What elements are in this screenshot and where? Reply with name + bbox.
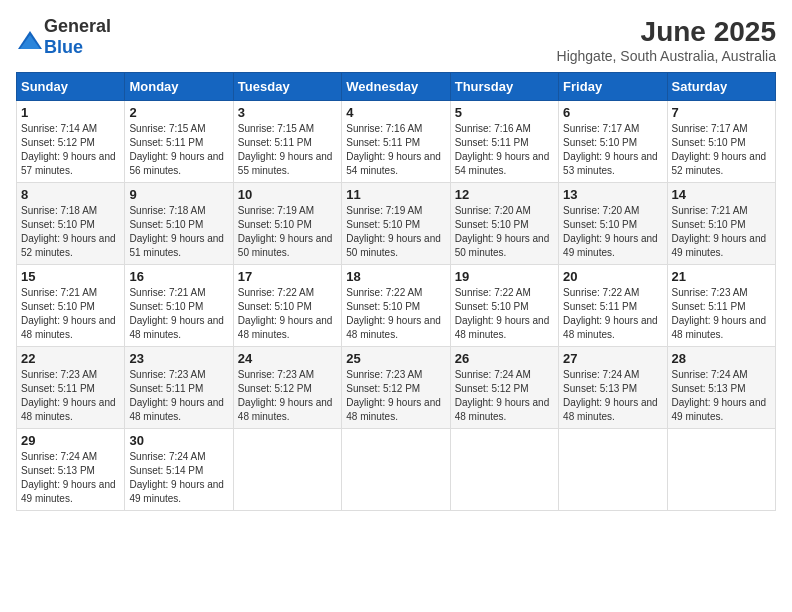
day-info: Sunrise: 7:19 AM Sunset: 5:10 PM Dayligh…	[238, 204, 337, 260]
day-number: 13	[563, 187, 662, 202]
day-info: Sunrise: 7:16 AM Sunset: 5:11 PM Dayligh…	[346, 122, 445, 178]
day-number: 7	[672, 105, 771, 120]
page-header: General Blue June 2025 Highgate, South A…	[16, 16, 776, 64]
day-number: 11	[346, 187, 445, 202]
day-info: Sunrise: 7:22 AM Sunset: 5:10 PM Dayligh…	[346, 286, 445, 342]
day-info: Sunrise: 7:18 AM Sunset: 5:10 PM Dayligh…	[21, 204, 120, 260]
calendar-day-cell: 25 Sunrise: 7:23 AM Sunset: 5:12 PM Dayl…	[342, 347, 450, 429]
day-number: 12	[455, 187, 554, 202]
day-number: 20	[563, 269, 662, 284]
day-number: 16	[129, 269, 228, 284]
day-info: Sunrise: 7:24 AM Sunset: 5:13 PM Dayligh…	[21, 450, 120, 506]
col-friday: Friday	[559, 73, 667, 101]
calendar-day-cell: 24 Sunrise: 7:23 AM Sunset: 5:12 PM Dayl…	[233, 347, 341, 429]
calendar-day-cell: 1 Sunrise: 7:14 AM Sunset: 5:12 PM Dayli…	[17, 101, 125, 183]
day-info: Sunrise: 7:23 AM Sunset: 5:11 PM Dayligh…	[129, 368, 228, 424]
day-info: Sunrise: 7:24 AM Sunset: 5:12 PM Dayligh…	[455, 368, 554, 424]
day-number: 8	[21, 187, 120, 202]
day-number: 22	[21, 351, 120, 366]
title-area: June 2025 Highgate, South Australia, Aus…	[557, 16, 776, 64]
calendar-day-cell: 14 Sunrise: 7:21 AM Sunset: 5:10 PM Dayl…	[667, 183, 775, 265]
day-number: 23	[129, 351, 228, 366]
calendar-day-cell: 29 Sunrise: 7:24 AM Sunset: 5:13 PM Dayl…	[17, 429, 125, 511]
day-info: Sunrise: 7:24 AM Sunset: 5:13 PM Dayligh…	[563, 368, 662, 424]
day-number: 9	[129, 187, 228, 202]
calendar-day-cell: 21 Sunrise: 7:23 AM Sunset: 5:11 PM Dayl…	[667, 265, 775, 347]
calendar-day-cell: 7 Sunrise: 7:17 AM Sunset: 5:10 PM Dayli…	[667, 101, 775, 183]
empty-cell	[450, 429, 558, 511]
day-info: Sunrise: 7:20 AM Sunset: 5:10 PM Dayligh…	[455, 204, 554, 260]
calendar-day-cell: 12 Sunrise: 7:20 AM Sunset: 5:10 PM Dayl…	[450, 183, 558, 265]
calendar-table: Sunday Monday Tuesday Wednesday Thursday…	[16, 72, 776, 511]
logo: General Blue	[16, 16, 111, 58]
day-info: Sunrise: 7:21 AM Sunset: 5:10 PM Dayligh…	[21, 286, 120, 342]
calendar-day-cell: 23 Sunrise: 7:23 AM Sunset: 5:11 PM Dayl…	[125, 347, 233, 429]
day-number: 14	[672, 187, 771, 202]
day-number: 26	[455, 351, 554, 366]
col-thursday: Thursday	[450, 73, 558, 101]
calendar-day-cell: 3 Sunrise: 7:15 AM Sunset: 5:11 PM Dayli…	[233, 101, 341, 183]
day-info: Sunrise: 7:24 AM Sunset: 5:13 PM Dayligh…	[672, 368, 771, 424]
day-info: Sunrise: 7:19 AM Sunset: 5:10 PM Dayligh…	[346, 204, 445, 260]
empty-cell	[342, 429, 450, 511]
calendar-day-cell: 11 Sunrise: 7:19 AM Sunset: 5:10 PM Dayl…	[342, 183, 450, 265]
day-info: Sunrise: 7:23 AM Sunset: 5:11 PM Dayligh…	[672, 286, 771, 342]
logo-text: General Blue	[44, 16, 111, 58]
day-number: 25	[346, 351, 445, 366]
calendar-day-cell: 16 Sunrise: 7:21 AM Sunset: 5:10 PM Dayl…	[125, 265, 233, 347]
day-info: Sunrise: 7:17 AM Sunset: 5:10 PM Dayligh…	[563, 122, 662, 178]
col-saturday: Saturday	[667, 73, 775, 101]
day-info: Sunrise: 7:23 AM Sunset: 5:12 PM Dayligh…	[346, 368, 445, 424]
calendar-day-cell: 30 Sunrise: 7:24 AM Sunset: 5:14 PM Dayl…	[125, 429, 233, 511]
calendar-day-cell: 26 Sunrise: 7:24 AM Sunset: 5:12 PM Dayl…	[450, 347, 558, 429]
col-monday: Monday	[125, 73, 233, 101]
day-info: Sunrise: 7:23 AM Sunset: 5:12 PM Dayligh…	[238, 368, 337, 424]
calendar-day-cell: 8 Sunrise: 7:18 AM Sunset: 5:10 PM Dayli…	[17, 183, 125, 265]
calendar-day-cell: 10 Sunrise: 7:19 AM Sunset: 5:10 PM Dayl…	[233, 183, 341, 265]
day-number: 28	[672, 351, 771, 366]
col-wednesday: Wednesday	[342, 73, 450, 101]
day-info: Sunrise: 7:24 AM Sunset: 5:14 PM Dayligh…	[129, 450, 228, 506]
day-info: Sunrise: 7:16 AM Sunset: 5:11 PM Dayligh…	[455, 122, 554, 178]
day-number: 10	[238, 187, 337, 202]
day-number: 17	[238, 269, 337, 284]
day-info: Sunrise: 7:22 AM Sunset: 5:11 PM Dayligh…	[563, 286, 662, 342]
month-title: June 2025	[557, 16, 776, 48]
day-info: Sunrise: 7:14 AM Sunset: 5:12 PM Dayligh…	[21, 122, 120, 178]
day-number: 15	[21, 269, 120, 284]
day-info: Sunrise: 7:22 AM Sunset: 5:10 PM Dayligh…	[455, 286, 554, 342]
day-number: 3	[238, 105, 337, 120]
calendar-day-cell: 4 Sunrise: 7:16 AM Sunset: 5:11 PM Dayli…	[342, 101, 450, 183]
day-info: Sunrise: 7:20 AM Sunset: 5:10 PM Dayligh…	[563, 204, 662, 260]
weekday-header-row: Sunday Monday Tuesday Wednesday Thursday…	[17, 73, 776, 101]
day-info: Sunrise: 7:18 AM Sunset: 5:10 PM Dayligh…	[129, 204, 228, 260]
day-info: Sunrise: 7:21 AM Sunset: 5:10 PM Dayligh…	[129, 286, 228, 342]
day-info: Sunrise: 7:21 AM Sunset: 5:10 PM Dayligh…	[672, 204, 771, 260]
day-number: 19	[455, 269, 554, 284]
empty-cell	[233, 429, 341, 511]
calendar-day-cell: 20 Sunrise: 7:22 AM Sunset: 5:11 PM Dayl…	[559, 265, 667, 347]
col-sunday: Sunday	[17, 73, 125, 101]
calendar-week-row: 22 Sunrise: 7:23 AM Sunset: 5:11 PM Dayl…	[17, 347, 776, 429]
logo-icon	[16, 27, 40, 47]
calendar-day-cell: 5 Sunrise: 7:16 AM Sunset: 5:11 PM Dayli…	[450, 101, 558, 183]
day-info: Sunrise: 7:15 AM Sunset: 5:11 PM Dayligh…	[238, 122, 337, 178]
calendar-day-cell: 19 Sunrise: 7:22 AM Sunset: 5:10 PM Dayl…	[450, 265, 558, 347]
calendar-day-cell: 27 Sunrise: 7:24 AM Sunset: 5:13 PM Dayl…	[559, 347, 667, 429]
day-info: Sunrise: 7:22 AM Sunset: 5:10 PM Dayligh…	[238, 286, 337, 342]
calendar-day-cell: 17 Sunrise: 7:22 AM Sunset: 5:10 PM Dayl…	[233, 265, 341, 347]
day-number: 1	[21, 105, 120, 120]
empty-cell	[667, 429, 775, 511]
logo-blue: Blue	[44, 37, 83, 57]
day-number: 24	[238, 351, 337, 366]
day-number: 6	[563, 105, 662, 120]
day-number: 18	[346, 269, 445, 284]
calendar-day-cell: 22 Sunrise: 7:23 AM Sunset: 5:11 PM Dayl…	[17, 347, 125, 429]
calendar-week-row: 15 Sunrise: 7:21 AM Sunset: 5:10 PM Dayl…	[17, 265, 776, 347]
calendar-week-row: 29 Sunrise: 7:24 AM Sunset: 5:13 PM Dayl…	[17, 429, 776, 511]
day-number: 29	[21, 433, 120, 448]
logo-general: General	[44, 16, 111, 36]
calendar-day-cell: 6 Sunrise: 7:17 AM Sunset: 5:10 PM Dayli…	[559, 101, 667, 183]
calendar-week-row: 1 Sunrise: 7:14 AM Sunset: 5:12 PM Dayli…	[17, 101, 776, 183]
day-info: Sunrise: 7:15 AM Sunset: 5:11 PM Dayligh…	[129, 122, 228, 178]
